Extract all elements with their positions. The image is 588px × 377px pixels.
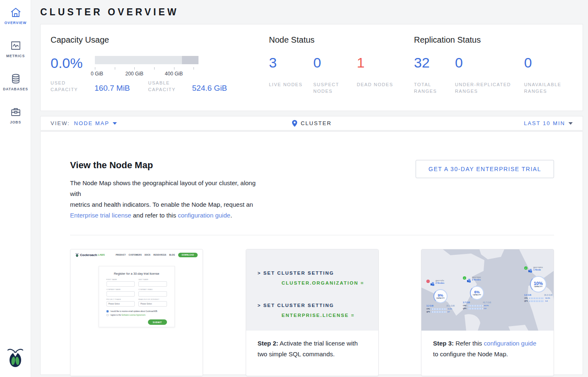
usable-capacity-label: USABLE CAPACITY (148, 80, 189, 93)
chevron-down-icon (113, 122, 117, 125)
cluster-breadcrumb: CLUSTER (292, 120, 332, 127)
map-node-sfo: ! geo=sfo 2 Nodes 9% CAPACITY 3.2 GiB35.… (426, 279, 455, 313)
used-capacity-label: USED CAPACITY (51, 80, 91, 93)
map-node-ams: ✓ geo=ams 1 Node 10% CAPACITY 3.6 GiB36.… (524, 266, 552, 302)
node-map-title: View the Node Map (70, 160, 265, 171)
axis-tick-200: 200 GiB (126, 71, 143, 77)
sidebar-item-overview[interactable]: OVERVIEW (0, 0, 31, 33)
mini-checkbox-checked: ✓ (106, 310, 109, 312)
node-healthy-badge: ✓ (524, 266, 528, 270)
under-replicated-ranges-stat: 0 UNDER-REPLICATED RANGES (455, 55, 524, 94)
node-status-section: Node Status 3 LIVE NODES 0 SUSPECT NODES… (269, 24, 414, 111)
live-nodes-stat: 3 LIVE NODES (269, 55, 313, 94)
used-capacity-value: 160.7 MiB (94, 84, 130, 93)
map-node-nyc: ✓ geo=nyc 2 Nodes 6% CAPACITY 3.7 GiB43.… (463, 276, 491, 309)
node-map-panel: View the Node Map The Node Map shows the… (40, 131, 583, 375)
node-healthy-badge: ✓ (463, 276, 466, 280)
capacity-percent: 0.0% (51, 56, 95, 70)
view-selector-dropdown[interactable]: NODE MAP (74, 120, 117, 126)
capacity-bar-used-segment (182, 56, 198, 64)
node-cube-icon (431, 280, 434, 288)
enterprise-trial-license-link[interactable]: Enterprise trial license (70, 212, 131, 219)
cockroachdb-logo (0, 347, 31, 377)
total-ranges-stat: 32 TOTAL RANGES (414, 55, 455, 94)
time-range-dropdown[interactable]: LAST 10 MIN (332, 120, 573, 126)
chevron-down-icon (569, 122, 573, 125)
capacity-usage-section: Capacity Usage 0.0% 0 GiB 200 GiB 400 Gi… (41, 24, 269, 111)
mini-checkbox-empty (106, 314, 109, 316)
capacity-usage-title: Capacity Usage (51, 35, 269, 45)
mini-nav-customers: CUSTOMERS (129, 254, 142, 256)
step-2-caption: Step 2: Activate the trial license with … (246, 331, 378, 360)
step-3-card: ! geo=sfo 2 Nodes 9% CAPACITY 3.2 GiB35.… (421, 249, 554, 376)
cluster-summary-panel: Capacity Usage 0.0% 0 GiB 200 GiB 400 Gi… (40, 24, 583, 111)
configuration-guide-link[interactable]: configuration guide (178, 212, 230, 219)
metrics-icon (0, 40, 31, 51)
unavailable-ranges-stat: 0 UNAVAILABLE RANGES (524, 55, 583, 94)
mini-download-button: DOWNLOAD (178, 253, 198, 257)
axis-tick-0: 0 GiB (91, 71, 103, 77)
node-map-preview: ! geo=sfo 2 Nodes 9% CAPACITY 3.2 GiB35.… (421, 249, 554, 331)
mini-nav-product: PRODUCT (116, 254, 126, 256)
main-area: CLUSTER OVERVIEW Capacity Usage 0.0% 0 G… (31, 0, 588, 377)
sidebar-item-databases[interactable]: DATABASES (0, 66, 31, 99)
step-2-card: > SET CLUSTER SETTING CLUSTER.ORGANIZATI… (246, 249, 379, 376)
axis-tick-400: 400 GiB (165, 71, 183, 77)
enterprise-trial-button[interactable]: GET A 30-DAY ENTERPRISE TRIAL (416, 160, 554, 178)
node-warning-badge: ! (426, 280, 430, 283)
mini-submit-button: SUBMIT (148, 319, 167, 325)
page-title: CLUSTER OVERVIEW (40, 7, 583, 18)
sidebar-item-metrics[interactable]: METRICS (0, 33, 31, 66)
node-cube-icon (528, 267, 532, 274)
jobs-icon (0, 106, 31, 118)
replication-status-title: Replication Status (414, 35, 583, 45)
divider (70, 235, 554, 235)
configuration-guide-link-2[interactable]: configuration guide (484, 340, 537, 347)
sidebar-item-label: METRICS (0, 54, 31, 58)
sidebar-item-label: OVERVIEW (0, 21, 31, 25)
suspect-nodes-stat: 0 SUSPECT NODES (313, 55, 357, 94)
step-1-card: Cockroach LABS PRODUCT CUSTOMERS DOCS RE… (70, 249, 203, 376)
usable-capacity-value: 524.6 GiB (192, 84, 227, 93)
sidebar-item-jobs[interactable]: JOBS (0, 99, 31, 133)
replication-status-section: Replication Status 32 TOTAL RANGES 0 UND… (414, 24, 583, 111)
cockroach-labs-logo: Cockroach LABS (75, 253, 105, 257)
sidebar: OVERVIEW METRICS DATABASES JOBS (0, 0, 31, 377)
location-pin-icon (292, 120, 298, 127)
databases-icon (0, 73, 31, 85)
mini-registration-form: Register for a 30-day trial license FIRS… (99, 266, 175, 327)
node-map-description: The Node Map shows the geographical layo… (70, 178, 265, 221)
view-label: VIEW: (51, 120, 70, 126)
capacity-bar: 0 GiB 200 GiB 400 GiB (95, 56, 198, 70)
step-1-caption: Step 1: Get a trial license delivered st… (70, 376, 203, 376)
sidebar-item-label: JOBS (0, 120, 31, 124)
view-bar: VIEW: NODE MAP CLUSTER LAST 10 MIN (40, 116, 583, 130)
step-3-caption: Step 3: Refer this configuration guide t… (421, 331, 554, 360)
node-status-title: Node Status (269, 35, 414, 45)
home-icon (0, 7, 31, 18)
sql-commands-preview: > SET CLUSTER SETTING CLUSTER.ORGANIZATI… (246, 249, 378, 331)
mini-nav-blog: BLOG (169, 254, 175, 256)
mini-nav-docs: DOCS (145, 254, 150, 256)
dead-nodes-stat: 1 DEAD NODES (357, 55, 393, 94)
mini-nav-resources: RESOURCES (153, 254, 166, 256)
sidebar-item-label: DATABASES (0, 87, 31, 91)
trial-registration-screenshot: Cockroach LABS PRODUCT CUSTOMERS DOCS RE… (70, 249, 203, 376)
node-cube-icon (467, 277, 471, 284)
